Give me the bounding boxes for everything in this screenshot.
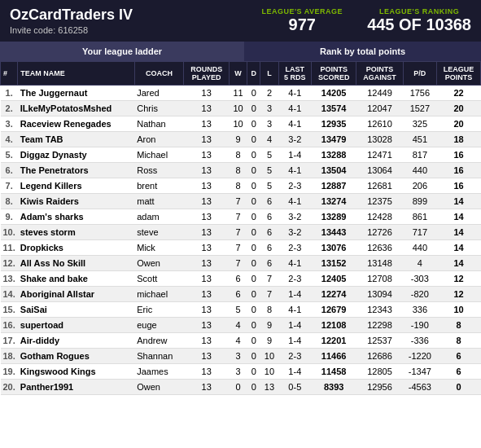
points-scored: 13289 xyxy=(312,209,356,225)
draws: 0 xyxy=(247,147,260,163)
rank: 15. xyxy=(1,302,18,318)
team-name: Adam's sharks xyxy=(18,209,134,225)
points-scored: 13076 xyxy=(312,240,356,256)
table-row: 14.Aboriginal Allstarmichael136071-41227… xyxy=(1,287,481,302)
league-avg-value: 977 xyxy=(261,15,343,34)
points-scored: 13274 xyxy=(312,194,356,209)
losses: 4 xyxy=(260,132,278,147)
pd: -1347 xyxy=(403,364,436,380)
points-scored: 12887 xyxy=(312,178,356,194)
losses: 13 xyxy=(260,380,278,395)
rounds-played: 13 xyxy=(184,209,230,225)
league-points: 20 xyxy=(437,116,481,132)
coach: Owen xyxy=(134,256,184,271)
draws: 0 xyxy=(247,380,260,395)
coach: Eric xyxy=(134,302,184,318)
last5: 1-4 xyxy=(278,147,312,163)
pd: -303 xyxy=(403,271,436,287)
points-scored: 8393 xyxy=(312,380,356,395)
last5: 2-3 xyxy=(278,240,312,256)
points-against: 13094 xyxy=(356,287,404,302)
rank: 7. xyxy=(1,178,18,194)
rank: 19. xyxy=(1,364,18,380)
rounds-played: 13 xyxy=(184,194,230,209)
wins: 7 xyxy=(230,194,247,209)
rounds-played: 13 xyxy=(184,271,230,287)
team-name: The Juggernaut xyxy=(18,86,134,101)
rounds-played: 13 xyxy=(184,240,230,256)
points-scored: 13504 xyxy=(312,163,356,178)
losses: 10 xyxy=(260,364,278,380)
league-avg-stat: LEAGUE'S AVERAGE 977 xyxy=(261,7,343,34)
coach: Owen xyxy=(134,380,184,395)
team-name: Dropkicks xyxy=(18,240,134,256)
points-scored: 12274 xyxy=(312,287,356,302)
col-w: W xyxy=(230,62,247,86)
last5: 0-5 xyxy=(278,380,312,395)
coach: Mick xyxy=(134,240,184,256)
draws: 0 xyxy=(247,364,260,380)
sub-header-left: Your league ladder xyxy=(0,42,244,61)
last5: 1-4 xyxy=(278,364,312,380)
draws: 0 xyxy=(247,271,260,287)
draws: 0 xyxy=(247,287,260,302)
league-points: 14 xyxy=(437,209,481,225)
table-header-row: # TEAM NAME COACH ROUNDSPLAYED W D L LAS… xyxy=(1,62,481,86)
losses: 6 xyxy=(260,209,278,225)
league-points: 0 xyxy=(437,380,481,395)
pd: -190 xyxy=(403,318,436,333)
wins: 6 xyxy=(230,271,247,287)
league-rank-stat: LEAGUE'S RANKING 445 OF 10368 xyxy=(367,7,471,34)
draws: 0 xyxy=(247,225,260,240)
table-row: 13.Shake and bakeScott136072-31240512708… xyxy=(1,271,481,287)
table-row: 5.Diggaz DynastyMichael138051-4132881247… xyxy=(1,147,481,163)
last5: 1-4 xyxy=(278,318,312,333)
last5: 4-1 xyxy=(278,101,312,116)
coach: brent xyxy=(134,178,184,194)
points-scored: 13288 xyxy=(312,147,356,163)
pd: -820 xyxy=(403,287,436,302)
league-points: 6 xyxy=(437,364,481,380)
losses: 10 xyxy=(260,349,278,364)
league-points: 16 xyxy=(437,178,481,194)
wins: 3 xyxy=(230,349,247,364)
points-against: 13064 xyxy=(356,163,404,178)
last5: 1-4 xyxy=(278,333,312,349)
last5: 1-4 xyxy=(278,287,312,302)
coach: Scott xyxy=(134,271,184,287)
draws: 0 xyxy=(247,86,260,101)
league-points: 8 xyxy=(437,333,481,349)
points-against: 12047 xyxy=(356,101,404,116)
last5: 4-1 xyxy=(278,116,312,132)
last5: 4-1 xyxy=(278,163,312,178)
coach: Ross xyxy=(134,163,184,178)
losses: 9 xyxy=(260,333,278,349)
wins: 3 xyxy=(230,364,247,380)
wins: 11 xyxy=(230,86,247,101)
team-name: All Ass No Skill xyxy=(18,256,134,271)
league-points: 12 xyxy=(437,287,481,302)
pd: -4563 xyxy=(403,380,436,395)
coach: matt xyxy=(134,194,184,209)
pd: 440 xyxy=(403,163,436,178)
table-row: 2.ILkeMyPotatosMshedChris1310034-1135741… xyxy=(1,101,481,116)
wins: 7 xyxy=(230,225,247,240)
draws: 0 xyxy=(247,194,260,209)
rounds-played: 13 xyxy=(184,86,230,101)
wins: 7 xyxy=(230,240,247,256)
losses: 6 xyxy=(260,194,278,209)
points-against: 12375 xyxy=(356,194,404,209)
table-row: 18.Gotham RoguesShannan1330102-311466126… xyxy=(1,349,481,364)
points-against: 12708 xyxy=(356,271,404,287)
table-row: 1.The JuggernautJared1311024-11420512449… xyxy=(1,86,481,101)
ladder-table: # TEAM NAME COACH ROUNDSPLAYED W D L LAS… xyxy=(0,61,481,395)
wins: 7 xyxy=(230,209,247,225)
col-league-points: LEAGUEPOINTS xyxy=(437,62,481,86)
invite-label: Invite code: xyxy=(10,25,55,35)
last5: 4-1 xyxy=(278,302,312,318)
rounds-played: 13 xyxy=(184,318,230,333)
pd: -1220 xyxy=(403,349,436,364)
rounds-played: 13 xyxy=(184,287,230,302)
wins: 6 xyxy=(230,287,247,302)
points-scored: 11466 xyxy=(312,349,356,364)
